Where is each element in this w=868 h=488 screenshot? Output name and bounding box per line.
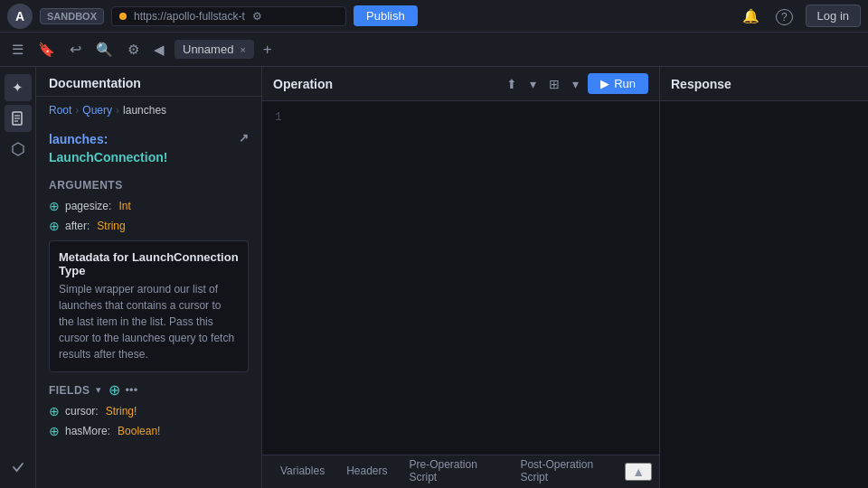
more-button[interactable]: ▾ xyxy=(569,75,582,93)
external-link-icon[interactable]: ↗ xyxy=(239,131,249,145)
tab-variables[interactable]: Variables xyxy=(269,455,335,488)
svg-marker-4 xyxy=(13,143,24,155)
sidebar-item-star[interactable]: ✦ xyxy=(5,74,32,101)
metadata-title: Metadata for LaunchConnection Type xyxy=(59,250,239,277)
fields-header: Fields ▾ ⊕ ••• xyxy=(49,381,249,399)
operation-actions: ⬆ ▾ ⊞ ▾ ▶ Run xyxy=(503,73,648,94)
tab-headers[interactable]: Headers xyxy=(335,455,398,488)
sandbox-badge: SANDBOX xyxy=(40,8,104,24)
search-button[interactable]: 🔍 xyxy=(91,38,118,61)
publish-button[interactable]: Publish xyxy=(354,5,418,26)
operation-title: Operation xyxy=(273,77,333,91)
sidebar-item-check[interactable] xyxy=(5,454,32,481)
share-button[interactable]: ⬆ xyxy=(503,75,521,93)
url-status-dot xyxy=(119,13,127,20)
doc-panel-header: Documentation xyxy=(36,67,261,97)
fields-add-icon[interactable]: ⊕ xyxy=(108,381,120,399)
check-icon xyxy=(11,460,25,474)
notifications-button[interactable]: 🔔 xyxy=(739,6,763,26)
topbar: A SANDBOX https://apollo-fullstack-t ⚙ P… xyxy=(0,0,868,33)
url-settings-icon[interactable]: ⚙ xyxy=(252,10,262,23)
documentation-panel: Documentation Root › Query › launches la… xyxy=(36,67,262,488)
url-bar: https://apollo-fullstack-t ⚙ xyxy=(111,6,346,26)
doc-query-keyword: launches: xyxy=(49,132,108,146)
arg-after-type: String xyxy=(97,220,125,232)
run-button[interactable]: ▶ Run xyxy=(588,73,648,94)
doc-icon: ☰ xyxy=(12,42,24,57)
help-button[interactable]: ? xyxy=(772,6,797,25)
expand-button[interactable]: ▾ xyxy=(526,75,540,93)
share-icon: ⬆ xyxy=(506,77,517,91)
history-button[interactable]: ↩ xyxy=(65,37,86,61)
tab-unnamed[interactable]: Unnamed × xyxy=(175,40,254,59)
sidebar-item-doc[interactable] xyxy=(5,105,32,132)
doc-toggle-button[interactable]: ☰ xyxy=(7,38,28,61)
url-text: https://apollo-fullstack-t xyxy=(134,10,245,23)
line-number-1: 1 xyxy=(275,110,282,124)
operation-panel: Operation ⬆ ▾ ⊞ ▾ ▶ Run xyxy=(262,67,660,488)
search-icon: 🔍 xyxy=(96,42,113,57)
schema-icon xyxy=(11,142,25,156)
operation-header: Operation ⬆ ▾ ⊞ ▾ ▶ Run xyxy=(262,67,659,101)
add-tab-button[interactable]: + xyxy=(259,39,276,61)
toolbar2: ☰ 🔖 ↩ 🔍 ⚙ ◀ Unnamed × + xyxy=(0,33,868,67)
bookmark-button[interactable]: 🔖 xyxy=(33,38,60,61)
response-header: Response xyxy=(660,67,868,101)
app-logo: A xyxy=(7,4,33,29)
field-cursor-name: cursor: xyxy=(65,405,99,418)
login-button[interactable]: Log in xyxy=(806,5,861,27)
settings-icon: ⚙ xyxy=(127,42,139,57)
expand-icon: ▾ xyxy=(530,77,536,91)
breadcrumb-launches: launches xyxy=(123,104,166,117)
settings-button[interactable]: ⚙ xyxy=(123,38,144,61)
metadata-box: Metadata for LaunchConnection Type Simpl… xyxy=(49,240,249,372)
tab-post-operation-script[interactable]: Post-Operation Script xyxy=(509,455,625,488)
doc-content: launches: LaunchConnection! ↗ Arguments … xyxy=(36,122,261,488)
response-panel: Response xyxy=(660,67,868,488)
breadcrumb-root[interactable]: Root xyxy=(49,104,71,117)
topbar-right: 🔔 ? Log in xyxy=(739,5,861,27)
breadcrumb-sep-2: › xyxy=(116,104,119,117)
help-icon: ? xyxy=(776,9,793,25)
tab-close-icon[interactable]: × xyxy=(240,44,245,55)
fields-more-icon[interactable]: ••• xyxy=(126,383,138,397)
field-hasmore-type: Boolean! xyxy=(118,425,160,437)
left-sidebar: ✦ xyxy=(0,67,36,488)
bell-icon: 🔔 xyxy=(742,8,760,23)
run-play-icon: ▶ xyxy=(600,77,609,90)
collapse-sidebar-button[interactable]: ◀ xyxy=(149,38,169,61)
breadcrumb: Root › Query › launches xyxy=(36,97,261,122)
response-title: Response xyxy=(671,77,731,91)
arg-after-add-icon[interactable]: ⊕ xyxy=(49,219,60,233)
arguments-section-label: Arguments xyxy=(49,179,249,192)
arg-pagesize-name: pagesize: xyxy=(65,200,111,212)
operation-editor[interactable]: 1 xyxy=(262,101,659,455)
field-hasmore-name: hasMore: xyxy=(65,425,110,437)
field-hasmore: ⊕ hasMore: Boolean! xyxy=(49,424,249,438)
sidebar-item-schema[interactable] xyxy=(5,136,32,163)
arg-pagesize: ⊕ pagesize: Int xyxy=(49,199,249,213)
arg-after: ⊕ after: String xyxy=(49,219,249,233)
more-icon: ▾ xyxy=(572,77,579,91)
doc-type-title: launches: LaunchConnection! ↗ xyxy=(49,131,249,166)
arg-pagesize-type: Int xyxy=(118,200,130,212)
field-cursor-type: String! xyxy=(106,405,137,418)
operation-footer: Variables Headers Pre-Operation Script P… xyxy=(262,455,659,488)
tab-pre-operation-script[interactable]: Pre-Operation Script xyxy=(399,455,510,488)
history-icon: ↩ xyxy=(70,42,81,57)
response-body xyxy=(660,101,868,488)
run-label: Run xyxy=(614,77,636,90)
footer-collapse-button[interactable]: ▲ xyxy=(625,463,652,481)
breadcrumb-query[interactable]: Query xyxy=(82,104,112,117)
arg-pagesize-add-icon[interactable]: ⊕ xyxy=(49,199,60,213)
field-cursor: ⊕ cursor: String! xyxy=(49,404,249,418)
field-hasmore-add-icon[interactable]: ⊕ xyxy=(49,424,60,438)
fields-chevron-icon[interactable]: ▾ xyxy=(96,384,101,396)
fields-label: Fields xyxy=(49,384,90,397)
field-cursor-add-icon[interactable]: ⊕ xyxy=(49,404,60,418)
copy-button[interactable]: ⊞ xyxy=(545,75,563,93)
breadcrumb-sep-1: › xyxy=(75,104,79,117)
tab-label: Unnamed xyxy=(183,42,233,56)
copy-icon: ⊞ xyxy=(549,77,560,91)
metadata-desc: Simple wrapper around our list of launch… xyxy=(59,281,239,362)
